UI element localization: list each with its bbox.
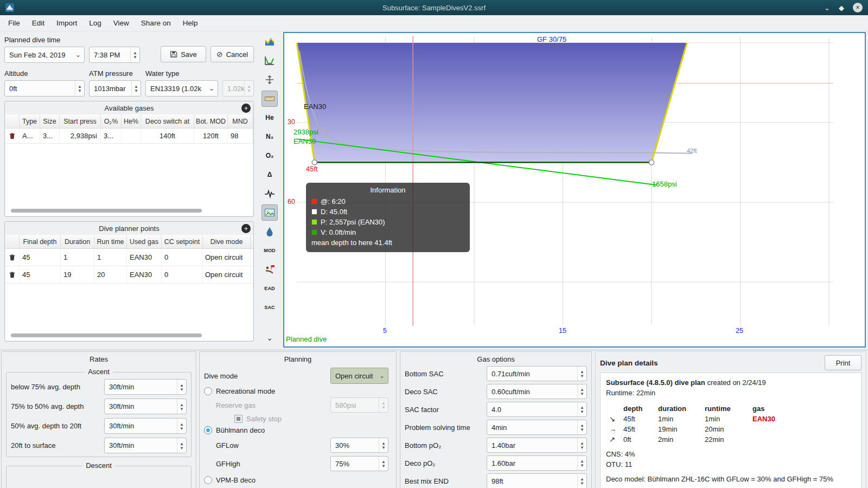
spinner-arrows[interactable]: ▴▾ bbox=[577, 402, 586, 416]
add-point-button[interactable]: + bbox=[241, 224, 251, 233]
menu-log[interactable]: Log bbox=[83, 16, 107, 30]
dive-mode-select[interactable]: Open circuit ⌄ bbox=[330, 368, 388, 384]
ead-icon[interactable]: EAD bbox=[261, 280, 278, 297]
planner-point-row[interactable]: 45 19 20 EAN30 0 Open circuit bbox=[5, 266, 253, 284]
table-cell[interactable]: 98 bbox=[228, 129, 253, 143]
recreational-mode-radio[interactable]: Recreational mode bbox=[200, 387, 396, 395]
add-gas-button[interactable]: + bbox=[241, 104, 251, 113]
spinner-arrows[interactable]: ▴▾ bbox=[75, 81, 84, 96]
spinner-arrows[interactable]: ▴▾ bbox=[177, 419, 186, 433]
table-cell[interactable]: 2,938psi bbox=[60, 129, 101, 143]
heart-rate-icon[interactable] bbox=[261, 185, 278, 202]
sac-icon[interactable]: SAC bbox=[261, 299, 278, 316]
ascent-rate-20ft-spinner[interactable]: 30ft/min▴▾ bbox=[104, 418, 187, 434]
spin-down-icon[interactable]: ▾ bbox=[79, 88, 81, 93]
table-cell[interactable]: 19 bbox=[61, 266, 94, 283]
menu-help[interactable]: Help bbox=[177, 16, 204, 30]
gflow-spinner[interactable]: 30% ▴▾ bbox=[330, 438, 388, 453]
column-bot-mod[interactable]: Bot. MOD bbox=[194, 114, 228, 128]
menu-import[interactable]: Import bbox=[50, 16, 83, 30]
altitude-spinner[interactable]: 0ft ▴▾ bbox=[4, 80, 85, 97]
column-start-press[interactable]: Start press bbox=[60, 114, 101, 128]
ascent-rate-75-spinner[interactable]: 30ft/min▴▾ bbox=[104, 379, 187, 395]
table-cell[interactable]: 20 bbox=[94, 266, 127, 283]
table-cell[interactable]: Open circuit bbox=[203, 266, 251, 283]
cancel-button[interactable]: ⊘ Cancel bbox=[210, 46, 254, 62]
pp-oxygen-icon[interactable]: O₂ bbox=[261, 147, 278, 164]
spin-down-icon[interactable]: ▾ bbox=[581, 445, 584, 450]
table-cell[interactable]: 45 bbox=[20, 266, 61, 283]
table-cell[interactable]: EAN30 bbox=[127, 249, 162, 266]
column-dive-mode[interactable]: Dive mode bbox=[203, 235, 251, 248]
gas-table-row[interactable]: A... 3... 2,938psi 3... 140ft 120ft 98 bbox=[5, 129, 253, 144]
atm-pressure-spinner[interactable]: 1013mbar ▴▾ bbox=[89, 80, 141, 97]
table-cell[interactable]: 140ft bbox=[141, 129, 194, 143]
spin-down-icon[interactable]: ▾ bbox=[181, 387, 183, 391]
maximize-button[interactable]: ◆ bbox=[839, 4, 844, 12]
menu-share-on[interactable]: Share on bbox=[135, 16, 177, 30]
spinner-arrows[interactable]: ▴▾ bbox=[577, 438, 586, 452]
column-cc-setpoint[interactable]: CC setpoint bbox=[162, 235, 203, 248]
ceiling-delta-icon[interactable]: Δ bbox=[261, 166, 278, 183]
bottom-po2-spinner[interactable]: 1.40bar▴▾ bbox=[487, 438, 587, 453]
horizontal-scrollbar[interactable] bbox=[11, 209, 202, 213]
profile-appearance-icon[interactable] bbox=[261, 34, 278, 50]
column-type[interactable]: Type bbox=[20, 114, 40, 128]
problem-solving-time-spinner[interactable]: 4min▴▾ bbox=[487, 420, 587, 435]
spin-down-icon[interactable]: ▾ bbox=[181, 426, 183, 431]
spinner-arrows[interactable]: ▴▾ bbox=[577, 456, 586, 470]
delete-point-icon[interactable] bbox=[8, 271, 16, 279]
spinner-arrows[interactable]: ▴▾ bbox=[177, 380, 186, 394]
table-cell[interactable]: EAN30 bbox=[127, 266, 162, 283]
column-he[interactable]: He% bbox=[122, 114, 141, 128]
column-o2[interactable]: O₂% bbox=[101, 114, 122, 128]
delete-gas-icon[interactable] bbox=[8, 132, 16, 140]
spin-down-icon[interactable]: ▾ bbox=[581, 463, 584, 467]
table-cell[interactable]: 1 bbox=[94, 249, 127, 266]
titlebar[interactable]: Subsurface: SampleDivesV2.ssrf ⌄ ◆ × bbox=[0, 0, 868, 15]
save-button[interactable]: Save bbox=[161, 46, 206, 62]
pp-nitrogen-icon[interactable]: N₂ bbox=[261, 129, 278, 145]
mod-icon[interactable]: MOD bbox=[261, 242, 278, 259]
salinity-drop-icon[interactable] bbox=[261, 223, 278, 240]
dive-date-select[interactable]: Sun Feb 24, 2019 ⌄ bbox=[4, 47, 85, 63]
pp-helium-icon[interactable]: He bbox=[261, 110, 278, 126]
spin-down-icon[interactable]: ▾ bbox=[382, 464, 385, 468]
dive-profile-chart[interactable]: GF 30/75 EAN30 2938psi EAN30 45ft 1658ps… bbox=[283, 32, 866, 348]
ascent-rate-50-spinner[interactable]: 30ft/min▴▾ bbox=[104, 399, 187, 414]
best-mix-end-spinner[interactable]: 98ft▴▾ bbox=[487, 473, 587, 488]
spin-down-icon[interactable]: ▾ bbox=[581, 391, 584, 396]
horizontal-scrollbar[interactable] bbox=[11, 333, 202, 337]
spin-down-icon[interactable]: ▾ bbox=[181, 446, 183, 450]
table-cell[interactable]: 0 bbox=[162, 266, 203, 283]
spin-down-icon[interactable]: ▾ bbox=[134, 55, 137, 59]
minimize-button[interactable]: ⌄ bbox=[824, 4, 830, 12]
column-run-time[interactable]: Run time bbox=[94, 235, 127, 248]
spin-down-icon[interactable]: ▾ bbox=[581, 481, 584, 485]
table-cell[interactable]: 0 bbox=[162, 249, 203, 266]
spinner-arrows[interactable]: ▴▾ bbox=[131, 81, 141, 96]
spinner-arrows[interactable]: ▴▾ bbox=[177, 438, 186, 453]
sac-factor-spinner[interactable]: 4.0▴▾ bbox=[487, 402, 587, 417]
ruler-icon[interactable] bbox=[261, 91, 278, 107]
deco-po2-spinner[interactable]: 1.60bar▴▾ bbox=[487, 455, 587, 471]
spin-down-icon[interactable]: ▾ bbox=[581, 409, 584, 414]
spinner-arrows[interactable]: ▴▾ bbox=[577, 420, 586, 434]
print-button[interactable]: Print bbox=[825, 355, 861, 370]
column-mnd[interactable]: MND bbox=[228, 114, 253, 128]
spin-down-icon[interactable]: ▾ bbox=[581, 427, 584, 432]
spin-down-icon[interactable]: ▾ bbox=[181, 407, 183, 411]
table-cell[interactable]: 3... bbox=[40, 129, 60, 143]
menu-edit[interactable]: Edit bbox=[26, 16, 50, 30]
column-deco-switch[interactable]: Deco switch at bbox=[141, 114, 194, 128]
planner-point-row[interactable]: 45 1 1 EAN30 0 Open circuit bbox=[5, 249, 253, 266]
table-cell[interactable]: 120ft bbox=[194, 129, 228, 143]
column-duration[interactable]: Duration bbox=[61, 235, 94, 248]
menu-file[interactable]: File bbox=[2, 16, 26, 30]
spinner-arrows[interactable]: ▴▾ bbox=[577, 367, 586, 381]
diver-icon[interactable] bbox=[261, 261, 278, 278]
spinner-arrows[interactable]: ▴▾ bbox=[130, 47, 139, 62]
buhlmann-deco-radio[interactable]: Bühlmann deco bbox=[200, 426, 396, 434]
spin-down-icon[interactable]: ▾ bbox=[135, 88, 138, 93]
profile-graph-icon[interactable] bbox=[261, 53, 278, 69]
